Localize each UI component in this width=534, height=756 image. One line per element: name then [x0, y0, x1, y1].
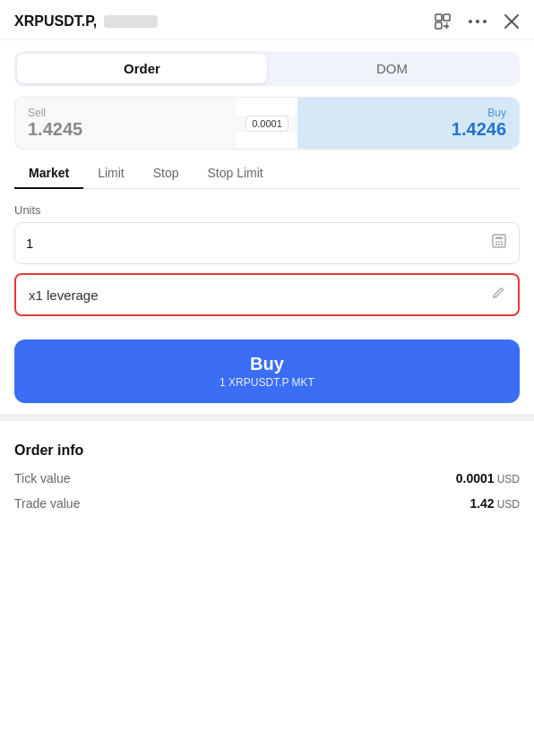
header-title: XRPUSDT.P,: [14, 13, 434, 30]
close-icon[interactable]: [504, 13, 520, 30]
header: XRPUSDT.P,: [0, 0, 534, 40]
tick-value-currency: USD: [497, 473, 520, 485]
order-info-title: Order info: [14, 442, 520, 459]
order-type-tabs: Market Limit Stop Stop Limit: [14, 159, 520, 189]
svg-point-8: [469, 20, 472, 23]
edit-icon: [491, 286, 505, 304]
trade-value-key: Trade value: [14, 496, 80, 511]
more-icon[interactable]: [468, 18, 487, 25]
svg-rect-14: [495, 237, 503, 240]
spread-panel: 0.0001: [237, 116, 297, 132]
tab-order[interactable]: Order: [17, 54, 267, 83]
buy-button[interactable]: Buy 1 XRPUSDT.P MKT: [14, 339, 520, 403]
order-info-section: Order info Tick value 0.0001USD Trade va…: [0, 428, 534, 536]
svg-rect-0: [435, 14, 442, 21]
trade-value-currency: USD: [497, 498, 520, 511]
sell-value: 1.4245: [28, 119, 224, 140]
tick-value-number: 0.0001: [456, 471, 495, 485]
main-tabs: Order DOM: [14, 51, 520, 86]
leverage-label: x1 leverage: [29, 288, 491, 303]
buy-value: 1.4246: [310, 119, 506, 140]
tab-dom[interactable]: DOM: [267, 54, 517, 83]
sell-panel[interactable]: Sell 1.4245: [15, 98, 237, 149]
sell-label: Sell: [28, 107, 224, 119]
svg-point-10: [483, 20, 487, 23]
price-row: Sell 1.4245 0.0001 Buy 1.4246: [14, 97, 520, 150]
svg-rect-19: [498, 244, 500, 245]
tick-value-val: 0.0001USD: [456, 471, 520, 485]
symbol-badge: [104, 15, 158, 28]
calculator-icon[interactable]: [490, 232, 508, 254]
tick-value-key: Tick value: [14, 471, 71, 485]
section-divider: [0, 414, 534, 421]
trade-value-row: Trade value 1.42USD: [14, 496, 520, 511]
tab-market[interactable]: Market: [14, 159, 83, 189]
units-input[interactable]: [26, 236, 490, 251]
svg-rect-5: [446, 22, 448, 24]
units-label: Units: [14, 203, 520, 217]
grid-icon[interactable]: [434, 13, 452, 30]
buy-button-sublabel: 1 XRPUSDT.P MKT: [220, 376, 314, 389]
trade-value-val: 1.42USD: [469, 496, 520, 511]
tab-stop-limit[interactable]: Stop Limit: [194, 159, 278, 189]
svg-rect-16: [498, 241, 500, 243]
symbol-label: XRPUSDT.P,: [14, 13, 97, 30]
svg-rect-15: [495, 241, 497, 243]
units-field-row: [14, 222, 520, 264]
buy-button-label: Buy: [250, 354, 284, 374]
tab-limit[interactable]: Limit: [83, 159, 139, 189]
leverage-row[interactable]: x1 leverage: [14, 273, 520, 316]
header-icons: [434, 13, 520, 30]
tick-value-row: Tick value 0.0001USD: [14, 471, 520, 485]
trade-value-number: 1.42: [469, 496, 494, 511]
svg-rect-20: [501, 244, 503, 245]
buy-panel[interactable]: Buy 1.4246: [297, 98, 519, 149]
svg-rect-18: [495, 244, 497, 245]
buy-label: Buy: [310, 107, 506, 119]
svg-point-9: [476, 20, 479, 23]
order-form: Units x1 leverage: [0, 189, 534, 325]
spread-badge: 0.0001: [245, 116, 289, 132]
svg-rect-2: [435, 22, 442, 29]
svg-rect-17: [501, 241, 503, 243]
svg-rect-1: [444, 14, 450, 21]
tab-stop[interactable]: Stop: [139, 159, 194, 189]
